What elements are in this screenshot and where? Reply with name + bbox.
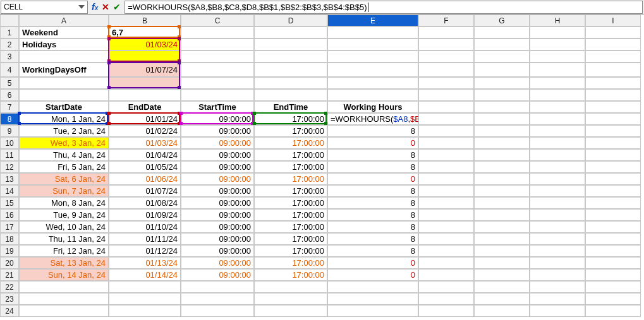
cell-D4[interactable] <box>254 62 327 77</box>
cell-E17[interactable]: 8 <box>327 221 418 233</box>
cell-I17[interactable] <box>585 221 641 233</box>
cell-G18[interactable] <box>474 233 530 245</box>
cell-A12[interactable]: Fri, 5 Jan, 24 <box>19 161 109 173</box>
cell-I13[interactable] <box>585 173 641 185</box>
cell-I21[interactable] <box>585 269 641 281</box>
row-header-22[interactable]: 22 <box>0 281 19 293</box>
cell-D6[interactable] <box>254 89 327 101</box>
cell-F23[interactable] <box>418 293 474 305</box>
cell-E11[interactable]: 8 <box>327 149 418 161</box>
cell-H11[interactable] <box>530 149 585 161</box>
cell-F19[interactable] <box>418 245 474 257</box>
cell-E24[interactable] <box>327 305 418 317</box>
cell-C4[interactable] <box>181 62 254 77</box>
cell-I23[interactable] <box>585 293 641 305</box>
cell-I7[interactable] <box>585 101 641 113</box>
cell-H14[interactable] <box>530 185 585 197</box>
cell-E7[interactable]: Working Hours <box>327 101 418 113</box>
cell-H5[interactable] <box>530 77 585 89</box>
row-header-5[interactable]: 5 <box>0 77 19 89</box>
row-header-18[interactable]: 18 <box>0 233 19 245</box>
cell-A24[interactable] <box>19 305 109 317</box>
row-header-11[interactable]: 11 <box>0 149 19 161</box>
cell-C24[interactable] <box>181 305 254 317</box>
cell-B15[interactable]: 01/08/24 <box>109 197 181 209</box>
cell-D14[interactable]: 17:00:00 <box>254 185 327 197</box>
cell-I18[interactable] <box>585 233 641 245</box>
cell-H16[interactable] <box>530 209 585 221</box>
cell-A23[interactable] <box>19 293 109 305</box>
row-header-24[interactable]: 24 <box>0 305 19 317</box>
name-box-dropdown-icon[interactable] <box>77 2 86 13</box>
cell-F5[interactable] <box>418 77 474 89</box>
cell-G13[interactable] <box>474 173 530 185</box>
row-header-1[interactable]: 1 <box>0 27 19 39</box>
cell-A17[interactable]: Wed, 10 Jan, 24 <box>19 221 109 233</box>
cell-C1[interactable] <box>181 27 254 39</box>
cell-D7[interactable]: EndTime <box>254 101 327 113</box>
col-header-F[interactable]: F <box>418 15 474 27</box>
cell-A4[interactable]: WorkingDaysOff <box>19 62 109 77</box>
formula-input[interactable]: =WORKHOURS($A8,$B8,$C8,$D8,$B$1,$B$2:$B$… <box>125 1 643 14</box>
cell-E1[interactable] <box>327 27 418 39</box>
cell-C14[interactable]: 09:00:00 <box>181 185 254 197</box>
row-header-9[interactable]: 9 <box>0 125 19 137</box>
row-header-21[interactable]: 21 <box>0 269 19 281</box>
cell-B10[interactable]: 01/03/24 <box>109 137 181 149</box>
cell-D10[interactable]: 17:00:00 <box>254 137 327 149</box>
cell-G12[interactable] <box>474 161 530 173</box>
cell-E14[interactable]: 8 <box>327 185 418 197</box>
cell-G6[interactable] <box>474 89 530 101</box>
cell-B19[interactable]: 01/12/24 <box>109 245 181 257</box>
cell-B18[interactable]: 01/11/24 <box>109 233 181 245</box>
cell-H22[interactable] <box>530 281 585 293</box>
cell-I14[interactable] <box>585 185 641 197</box>
cell-I16[interactable] <box>585 209 641 221</box>
row-header-7[interactable]: 7 <box>0 101 19 113</box>
cell-D20[interactable]: 17:00:00 <box>254 257 327 269</box>
cell-C19[interactable]: 09:00:00 <box>181 245 254 257</box>
cell-F12[interactable] <box>418 161 474 173</box>
cell-G15[interactable] <box>474 197 530 209</box>
cell-C17[interactable]: 09:00:00 <box>181 221 254 233</box>
cell-B11[interactable]: 01/04/24 <box>109 149 181 161</box>
cell-A7[interactable]: StartDate <box>19 101 109 113</box>
row-header-14[interactable]: 14 <box>0 185 19 197</box>
cell-A6[interactable] <box>19 89 109 101</box>
cell-D18[interactable]: 17:00:00 <box>254 233 327 245</box>
cell-C11[interactable]: 09:00:00 <box>181 149 254 161</box>
cell-D2[interactable] <box>254 39 327 50</box>
row-header-19[interactable]: 19 <box>0 245 19 257</box>
cell-I8[interactable] <box>585 113 641 125</box>
cell-G14[interactable] <box>474 185 530 197</box>
row-header-6[interactable]: 6 <box>0 89 19 101</box>
cell-A1[interactable]: Weekend <box>19 27 109 39</box>
cell-F15[interactable] <box>418 197 474 209</box>
cell-D1[interactable] <box>254 27 327 39</box>
cell-B9[interactable]: 01/02/24 <box>109 125 181 137</box>
cell-D11[interactable]: 17:00:00 <box>254 149 327 161</box>
cell-C21[interactable]: 09:00:00 <box>181 269 254 281</box>
cell-F10[interactable] <box>418 137 474 149</box>
cell-F24[interactable] <box>418 305 474 317</box>
cell-E18[interactable]: 8 <box>327 233 418 245</box>
row-header-23[interactable]: 23 <box>0 293 19 305</box>
cell-G4[interactable] <box>474 62 530 77</box>
cell-H19[interactable] <box>530 245 585 257</box>
cell-A16[interactable]: Tue, 9 Jan, 24 <box>19 209 109 221</box>
cell-G24[interactable] <box>474 305 530 317</box>
cell-C18[interactable]: 09:00:00 <box>181 233 254 245</box>
row-header-3[interactable]: 3 <box>0 50 19 62</box>
cell-I5[interactable] <box>585 77 641 89</box>
cell-D19[interactable]: 17:00:00 <box>254 245 327 257</box>
name-box[interactable]: CELL <box>1 1 88 14</box>
cell-H6[interactable] <box>530 89 585 101</box>
cell-F18[interactable] <box>418 233 474 245</box>
cell-D8[interactable]: 17:00:00 <box>254 113 327 125</box>
cell-G20[interactable] <box>474 257 530 269</box>
cell-B14[interactable]: 01/07/24 <box>109 185 181 197</box>
cell-F14[interactable] <box>418 185 474 197</box>
fx-icon[interactable]: fx <box>92 2 98 12</box>
cell-F2[interactable] <box>418 39 474 50</box>
cell-B13[interactable]: 01/06/24 <box>109 173 181 185</box>
